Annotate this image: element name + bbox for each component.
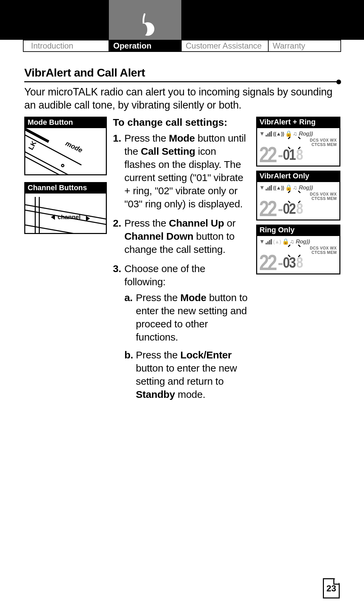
vibrate-icon: ((▲)) [273,185,284,190]
channel-word: channel [58,214,81,221]
page-content: VibrAlert and Call Alert Your microTALK … [0,52,364,407]
lcd-sub1: DCS VOX WX [310,246,337,251]
lcd2-label: VibrAlert Only [256,171,340,181]
tab-warranty[interactable]: Warranty [269,40,340,51]
step-3a: a. Press the Mode button to enter the ne… [124,291,249,344]
signal-icon [266,185,272,190]
antenna-icon: ▼ [259,184,265,191]
lcd1-value: 01 [283,148,295,161]
mode-button-label: Mode Button [24,117,107,128]
step-3b: b. Press the Lock/Enter button to enter … [124,348,249,401]
mode-word: mode [64,139,84,154]
lcd-sub1: DCS VOX WX [310,138,337,143]
channel-buttons-label: Channel Buttons [24,182,107,194]
step-3: 3. Choose one of the following: a. Press… [113,262,249,401]
lcd3-value: 03 [283,256,295,269]
lcd1-label: VibrAlert + Ring [256,117,340,127]
step-2: 2. Press the Channel Up or Channel Down … [113,216,249,256]
vibrate-icon: ((▲)) [273,131,284,137]
channel-left-arrow [51,214,55,220]
lcd3-display: ▼ (▲) 🔒 ♫ Rog)) DCS VOX WX CTCSS MEM [256,235,340,274]
header-bar [0,0,364,40]
heading-rule [24,81,340,82]
channel-buttons-illustration: channel [24,194,107,234]
middle-column: To change call settings: 1. Press the Mo… [113,117,249,407]
left-column: Mode Button mode LK Channel Buttons [24,117,107,407]
lcd-big-digits: 22 [259,254,276,272]
section-heading: VibrAlert and Call Alert [24,66,340,79]
lcd-ghost: 8 [296,256,303,269]
lcd-ghost: 8 [296,202,303,215]
tab-customer-assistance[interactable]: Customer Assistance [182,40,269,51]
lcd1-display: ▼ ((▲)) 🔒 ♫ Rog)) DCS VOX WX CTCSS MEM [256,127,340,167]
antenna-icon: ▼ [259,130,265,137]
lcd-ghost: 8 [296,148,303,161]
page-number: 23 [323,578,340,598]
tab-introduction[interactable]: Introduction [24,40,109,51]
right-column: VibrAlert + Ring ▼ ((▲)) 🔒 ♫ Rog)) DCS V… [256,117,340,407]
lcd2-value: 02 [283,202,295,215]
radio-logo-icon [133,13,157,36]
lcd-big-digits: 22 [259,146,276,164]
step-1: 1. Press the Mode button until the Call … [113,131,249,210]
lcd-big-digits: 22 [259,200,276,218]
tab-operation[interactable]: Operation [109,40,182,51]
active-tab-indicator [109,0,181,40]
vibrate-icon: (▲) [273,239,281,244]
intro-paragraph: Your microTALK radio can alert you to in… [24,86,340,112]
lcd3-label: Ring Only [256,225,340,235]
lcd-sub1: DCS VOX WX [310,192,337,197]
tabs-row: Introduction Operation Customer Assistan… [23,40,341,52]
signal-icon [266,239,272,244]
signal-icon [266,131,272,137]
channel-right-arrow [86,216,90,221]
svg-point-1 [140,24,147,36]
mode-button-illustration: mode LK [24,128,107,175]
steps-subheading: To change call settings: [113,117,249,128]
antenna-icon: ▼ [259,238,265,245]
lcd2-display: ▼ ((▲)) 🔒 ♫ Rog)) DCS VOX WX CTCSS MEM [256,181,340,221]
circle-dot [61,164,64,167]
